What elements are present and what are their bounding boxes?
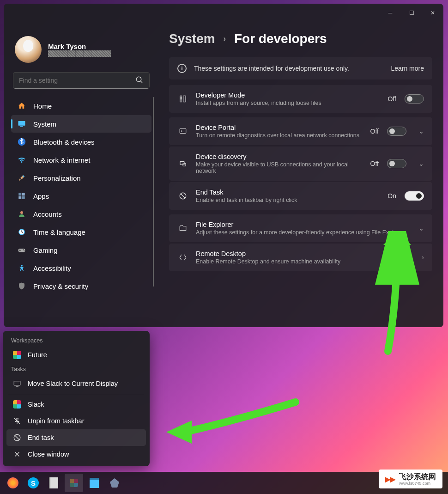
- minimize-button[interactable]: ─: [380, 6, 401, 20]
- chevron-right-icon: ›: [224, 35, 226, 43]
- user-email: ████████████████: [48, 50, 111, 57]
- sidebar-item-personalization[interactable]: Personalization: [11, 169, 151, 187]
- discovery-icon: [177, 159, 188, 168]
- chevron-down-icon[interactable]: ⌄: [418, 225, 424, 232]
- taskbar-slack-icon[interactable]: [65, 474, 83, 492]
- gaming-icon: [18, 246, 26, 254]
- unpin-icon: [13, 417, 21, 425]
- remote-icon: [177, 253, 188, 262]
- sidebar-item-network-internet[interactable]: Network & internet: [11, 151, 151, 169]
- setting-title: Developer Mode: [196, 91, 381, 99]
- info-message: These settings are intended for developm…: [194, 65, 383, 72]
- menu-item-label: Close window: [28, 451, 69, 458]
- setting-desc: Install apps from any source, including …: [196, 100, 381, 106]
- breadcrumb-current: For developers: [234, 31, 327, 46]
- sidebar-item-label: Personalization: [33, 174, 81, 182]
- setting-title: End Task: [196, 189, 380, 196]
- menu-slack[interactable]: Slack: [6, 396, 146, 413]
- close-button[interactable]: ✕: [422, 6, 443, 20]
- menu-item-label: Unpin from taskbar: [28, 417, 85, 425]
- sidebar-item-home[interactable]: Home: [11, 97, 151, 115]
- sidebar-item-label: System: [33, 120, 56, 128]
- toggle-switch[interactable]: [387, 127, 406, 136]
- bluetooth-icon: [18, 138, 26, 146]
- svg-line-24: [181, 194, 185, 198]
- search-box[interactable]: [13, 72, 150, 89]
- sidebar-item-label: Time & language: [33, 228, 85, 236]
- scrollbar[interactable]: [153, 97, 154, 287]
- menu-move-slack-to-current-display[interactable]: Move Slack to Current Display: [6, 375, 146, 392]
- svg-point-4: [18, 138, 26, 146]
- system-icon: [18, 120, 26, 128]
- svg-point-13: [23, 249, 24, 250]
- apps-icon: [18, 192, 26, 200]
- menu-end-task[interactable]: End task: [6, 429, 146, 446]
- info-banner: i These settings are intended for develo…: [169, 57, 432, 79]
- toggle-switch[interactable]: [387, 159, 406, 168]
- toggle-switch[interactable]: [405, 191, 424, 201]
- taskbar-skype-icon[interactable]: S: [24, 474, 42, 492]
- setting-desc: Adjust these settings for a more develop…: [196, 229, 406, 236]
- setting-file-explorer[interactable]: File ExplorerAdjust these settings for a…: [169, 214, 432, 242]
- toggle-state: Off: [370, 128, 379, 135]
- menu-item-label: Move Slack to Current Display: [28, 380, 118, 387]
- svg-point-18: [181, 97, 182, 98]
- chevron-down-icon[interactable]: ⌄: [418, 128, 424, 135]
- sidebar-item-label: Apps: [33, 192, 49, 200]
- search-icon[interactable]: [135, 76, 144, 85]
- breadcrumb: System › For developers: [169, 31, 432, 46]
- svg-line-29: [15, 436, 19, 440]
- toggle-switch[interactable]: [405, 94, 424, 104]
- sidebar-item-gaming[interactable]: Gaming: [11, 241, 151, 259]
- svg-line-1: [140, 81, 142, 83]
- setting-device-portal[interactable]: Device PortalTurn on remote diagnostics …: [169, 117, 432, 145]
- sidebar-item-apps[interactable]: Apps: [11, 187, 151, 205]
- svg-rect-20: [180, 128, 186, 134]
- sidebar-item-bluetooth-devices[interactable]: Bluetooth & devices: [11, 133, 151, 151]
- sidebar-item-accessibility[interactable]: Accessibility: [11, 259, 151, 277]
- taskbar-firefox-icon[interactable]: [4, 474, 22, 492]
- setting-end-task[interactable]: End TaskEnable end task in taskbar by ri…: [169, 182, 432, 210]
- setting-remote-desktop[interactable]: Remote DesktopEnable Remote Desktop and …: [169, 244, 432, 271]
- sidebar-item-label: Privacy & security: [33, 282, 88, 290]
- taskbar-notepad-icon[interactable]: [85, 474, 103, 492]
- learn-more-link[interactable]: Learn more: [391, 65, 424, 72]
- main-content: System › For developers i These settings…: [155, 22, 443, 327]
- svg-point-14: [24, 250, 24, 251]
- user-name: Mark Tyson: [48, 43, 111, 50]
- svg-point-15: [21, 265, 23, 267]
- sidebar-item-time-language[interactable]: Time & language: [11, 223, 151, 241]
- breadcrumb-parent[interactable]: System: [169, 31, 215, 46]
- slack-icon: [13, 351, 21, 359]
- chevron-right-icon[interactable]: ›: [422, 254, 424, 261]
- sidebar-item-label: Bluetooth & devices: [33, 138, 95, 146]
- sidebar-item-system[interactable]: System: [11, 115, 151, 133]
- avatar: [15, 36, 42, 63]
- separator: [8, 394, 144, 394]
- menu-item-label: Slack: [28, 401, 44, 408]
- setting-developer-mode[interactable]: Developer ModeInstall apps from any sour…: [169, 85, 432, 113]
- sidebar-item-accounts[interactable]: Accounts: [11, 205, 151, 223]
- sidebar-item-privacy-security[interactable]: Privacy & security: [11, 277, 151, 295]
- menu-close-window[interactable]: Close window: [6, 446, 146, 463]
- setting-desc: Make your device visible to USB connecti…: [196, 161, 363, 174]
- setting-desc: Turn on remote diagnostics over local ar…: [196, 132, 363, 139]
- taskbar-app-icon[interactable]: [105, 474, 124, 492]
- taskbar-notes-icon[interactable]: [44, 474, 63, 492]
- nav-list: HomeSystemBluetooth & devicesNetwork & i…: [11, 97, 155, 327]
- workspace-item[interactable]: Future: [6, 347, 146, 363]
- setting-desc: Enable end task in taskbar by right clic…: [196, 197, 380, 203]
- watermark-url: www.fs0745.com: [399, 481, 436, 486]
- user-section[interactable]: Mark Tyson ████████████████: [11, 31, 155, 72]
- watermark-logo: ▸▸: [385, 473, 395, 485]
- setting-device-discovery[interactable]: Device discoveryMake your device visible…: [169, 146, 432, 181]
- taskbar-context-menu: Workspaces Future TasksMove Slack to Cur…: [3, 331, 150, 466]
- chevron-down-icon[interactable]: ⌄: [418, 160, 424, 167]
- svg-rect-7: [18, 196, 21, 199]
- titlebar: ─ ☐ ✕: [4, 4, 443, 22]
- menu-unpin-from-taskbar[interactable]: Unpin from taskbar: [6, 413, 146, 429]
- search-input[interactable]: [19, 77, 135, 84]
- settings-window: ─ ☐ ✕ Mark Tyson ████████████████ HomeSy…: [4, 4, 443, 327]
- sidebar: Mark Tyson ████████████████ HomeSystemBl…: [4, 22, 155, 327]
- maximize-button[interactable]: ☐: [401, 6, 422, 20]
